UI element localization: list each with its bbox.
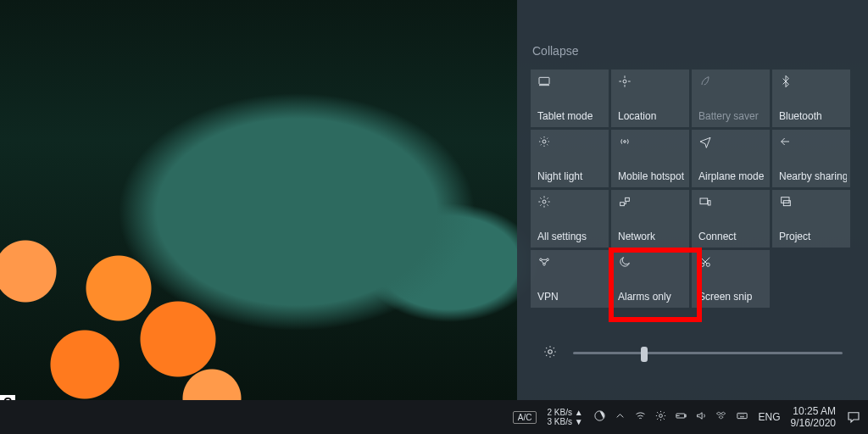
svg-point-16 <box>548 349 553 353</box>
tile-battery-saver[interactable]: Battery saver <box>692 70 770 127</box>
net-down: 3 KB/s ▼ <box>547 417 582 426</box>
chevron-up-icon[interactable] <box>614 409 626 425</box>
tile-label: Alarms only <box>618 291 686 303</box>
leaf-icon <box>698 75 712 90</box>
brightness-tray-icon[interactable] <box>654 409 667 425</box>
vpn-icon <box>537 255 551 270</box>
tray-icons <box>593 409 748 425</box>
tile-label: Project <box>779 231 847 242</box>
brightness-row <box>542 339 843 366</box>
meter-icon[interactable] <box>593 409 606 425</box>
volume-icon[interactable] <box>695 409 708 425</box>
tile-label: Battery saver <box>698 110 766 122</box>
svg-point-12 <box>547 259 549 261</box>
tile-alarms-only[interactable]: Alarms only <box>611 250 689 308</box>
tile-location[interactable]: Location <box>611 70 689 127</box>
svg-point-11 <box>540 259 542 261</box>
tile-project[interactable]: Project <box>772 190 850 248</box>
language-indicator[interactable]: ENG <box>759 411 781 423</box>
tile-nearby-sharing[interactable]: Nearby sharing <box>772 130 850 187</box>
tile-screen-snip[interactable]: Screen snip <box>692 250 770 308</box>
wifi-icon[interactable] <box>634 409 647 425</box>
tile-label: Bluetooth <box>779 110 847 122</box>
tile-label: Connect <box>698 231 766 242</box>
svg-rect-7 <box>700 198 708 204</box>
airplane-icon <box>698 135 712 150</box>
tile-label: Mobile hotspot <box>618 170 686 182</box>
tile-label: VPN <box>537 291 605 303</box>
svg-rect-0 <box>539 77 549 84</box>
tile-label: Nearby sharing <box>779 170 847 182</box>
tile-night-light[interactable]: Night light <box>531 130 609 187</box>
tile-label: Network <box>618 231 686 242</box>
collapse-link[interactable]: Collapse <box>532 44 578 58</box>
tile-mobile-hotspot[interactable]: Mobile hotspot <box>611 130 689 187</box>
bluetooth-icon <box>779 75 793 90</box>
tile-airplane-mode[interactable]: Airplane mode <box>692 130 770 187</box>
share-icon <box>779 135 793 150</box>
tile-bluetooth[interactable]: Bluetooth <box>772 70 850 127</box>
svg-point-18 <box>659 415 662 418</box>
project-icon <box>779 195 793 210</box>
quick-action-tiles: Tablet mode Location Battery saver Bluet… <box>531 70 860 308</box>
tile-label: Airplane mode <box>698 170 766 182</box>
antenna-icon <box>618 135 632 150</box>
gear-icon <box>537 195 551 210</box>
taskbar: A/C 2 KB/s ▲ 3 KB/s ▼ ENG 10:25 AM 9/16/… <box>0 400 868 434</box>
connect-icon <box>698 195 712 210</box>
svg-rect-20 <box>684 415 685 417</box>
tile-label: All settings <box>537 231 605 242</box>
moon-icon <box>618 255 632 270</box>
svg-rect-9 <box>782 198 789 203</box>
power-badge: A/C <box>513 411 537 424</box>
tile-label: Screen snip <box>698 291 766 303</box>
brightness-icon <box>542 344 558 362</box>
tile-tablet-mode[interactable]: Tablet mode <box>531 70 609 127</box>
svg-point-4 <box>542 200 546 203</box>
svg-point-2 <box>542 140 546 143</box>
tablet-icon <box>537 75 551 90</box>
keyboard-icon[interactable] <box>736 409 748 425</box>
battery-icon[interactable] <box>675 409 687 425</box>
sun-icon <box>537 135 551 150</box>
tile-label: Location <box>618 110 686 122</box>
clock[interactable]: 10:25 AM 9/16/2020 <box>791 405 836 430</box>
dropbox-icon[interactable] <box>715 409 728 425</box>
svg-rect-21 <box>737 413 746 418</box>
action-center-tray-icon[interactable] <box>846 409 861 425</box>
tile-all-settings[interactable]: All settings <box>531 190 609 248</box>
clock-time: 10:25 AM <box>791 405 836 417</box>
net-up: 2 KB/s ▲ <box>547 408 582 417</box>
tile-connect[interactable]: Connect <box>692 190 770 248</box>
action-center-panel: Collapse Tablet mode Location Battery sa… <box>517 0 868 400</box>
tile-network[interactable]: Network <box>611 190 689 248</box>
tile-vpn[interactable]: VPN <box>531 250 609 308</box>
location-icon <box>618 75 632 90</box>
svg-point-3 <box>624 141 626 143</box>
clock-date: 9/16/2020 <box>791 417 836 429</box>
network-icon <box>618 195 632 210</box>
svg-point-1 <box>623 80 626 83</box>
snip-icon <box>698 255 712 270</box>
svg-rect-8 <box>708 201 710 205</box>
svg-rect-6 <box>626 198 630 201</box>
brightness-slider[interactable] <box>573 352 843 354</box>
tile-label: Night light <box>537 170 605 182</box>
netspeed-indicator: 2 KB/s ▲ 3 KB/s ▼ <box>547 408 582 426</box>
brightness-thumb[interactable] <box>641 347 648 362</box>
tile-label: Tablet mode <box>537 110 605 122</box>
svg-rect-5 <box>620 203 625 206</box>
